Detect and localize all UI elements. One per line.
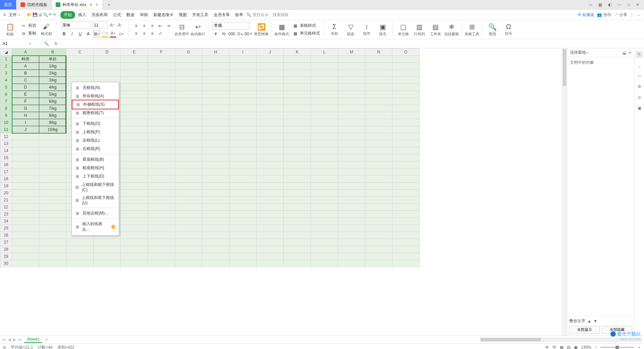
cell[interactable] xyxy=(338,112,365,119)
cell[interactable] xyxy=(148,204,175,211)
dec-inc-icon[interactable]: .0↘ xyxy=(236,31,243,37)
cell[interactable] xyxy=(257,119,284,126)
cell[interactable] xyxy=(148,161,175,168)
cell[interactable] xyxy=(392,225,420,232)
clear-format-button[interactable]: ◇▾ xyxy=(118,31,124,37)
cell[interactable]: B xyxy=(12,70,39,77)
cell[interactable] xyxy=(365,140,392,147)
row-header[interactable]: 15 xyxy=(0,154,12,161)
cell[interactable]: E xyxy=(12,91,39,98)
cell[interactable] xyxy=(392,119,420,126)
file-menu[interactable]: 文件▾ xyxy=(6,11,22,19)
row-header[interactable]: 12 xyxy=(0,133,12,140)
cell[interactable] xyxy=(121,253,148,260)
row-header[interactable]: 17 xyxy=(0,168,12,176)
cell[interactable] xyxy=(392,70,420,77)
cell[interactable] xyxy=(39,204,66,211)
col-header[interactable]: I xyxy=(229,49,257,56)
cell[interactable] xyxy=(148,239,175,246)
row-header[interactable]: 7 xyxy=(0,98,12,105)
border-menu-item[interactable]: ⊞其他边框(M)... xyxy=(72,209,119,217)
cell[interactable] xyxy=(311,154,338,161)
cell[interactable]: 8/kg xyxy=(39,112,66,119)
cell[interactable] xyxy=(202,204,229,211)
cell[interactable] xyxy=(284,133,311,140)
cell[interactable] xyxy=(229,218,257,225)
hide-all-button[interactable]: 全部隐藏 xyxy=(602,326,632,334)
cell[interactable] xyxy=(202,77,229,84)
cell[interactable] xyxy=(365,260,392,267)
cell[interactable] xyxy=(229,119,257,126)
cell[interactable] xyxy=(257,211,284,218)
cell[interactable] xyxy=(311,246,338,253)
paste-button[interactable]: 📋粘贴 xyxy=(3,23,17,37)
send-backward-icon[interactable]: ▼ xyxy=(593,319,597,323)
cell[interactable] xyxy=(284,70,311,77)
cell[interactable] xyxy=(257,63,284,70)
tab-close-icon[interactable]: ✕ xyxy=(95,2,99,7)
border-menu-item[interactable]: ⊞上框线和双下框线(U) xyxy=(72,194,119,207)
table-tools-button[interactable]: ⊞表格工具 xyxy=(465,23,479,37)
cell[interactable] xyxy=(202,63,229,70)
cell[interactable] xyxy=(148,112,175,119)
cell[interactable] xyxy=(121,197,148,204)
cell[interactable] xyxy=(311,253,338,260)
cell[interactable] xyxy=(175,70,202,77)
cell[interactable] xyxy=(202,168,229,176)
cell[interactable] xyxy=(392,211,420,218)
row-header[interactable]: 9 xyxy=(0,112,12,119)
border-menu-item[interactable]: ⊞插入斜线表头...$ xyxy=(72,220,119,234)
align-mid-icon[interactable]: ≡ xyxy=(141,22,148,29)
cell[interactable] xyxy=(338,183,365,190)
border-menu-item[interactable]: ⊞左框线(L) xyxy=(72,136,119,145)
cell[interactable] xyxy=(311,197,338,204)
underline-button[interactable]: U xyxy=(77,31,84,37)
cell[interactable] xyxy=(311,225,338,232)
cell[interactable] xyxy=(338,91,365,98)
cell[interactable] xyxy=(12,190,39,197)
cond-format-button[interactable]: ▦条件格式 xyxy=(274,23,289,37)
cell[interactable] xyxy=(284,176,311,183)
zoom-in-icon[interactable]: ＋ xyxy=(637,345,641,349)
cell[interactable] xyxy=(229,183,257,190)
cell[interactable] xyxy=(311,98,338,105)
cell[interactable] xyxy=(121,147,148,154)
tab-page-layout[interactable]: 页面布局 xyxy=(89,11,110,19)
cell[interactable] xyxy=(175,183,202,190)
cell[interactable] xyxy=(66,56,94,63)
cell[interactable] xyxy=(338,84,365,91)
cell[interactable] xyxy=(121,63,148,70)
cell[interactable] xyxy=(229,91,257,98)
border-menu-item[interactable]: ⊞外侧框线(S) xyxy=(72,100,119,109)
font-color-button[interactable]: A▾ xyxy=(110,30,116,38)
border-menu-item[interactable]: ⊞无框线(N) xyxy=(72,84,119,92)
col-header[interactable]: O xyxy=(392,49,420,56)
zoom-slider[interactable] xyxy=(600,347,634,348)
cell[interactable] xyxy=(257,204,284,211)
cell[interactable] xyxy=(39,154,66,161)
row-header[interactable]: 16 xyxy=(0,161,12,168)
cell[interactable] xyxy=(365,84,392,91)
currency-icon[interactable]: ¥ xyxy=(212,31,219,37)
row-header[interactable]: 3 xyxy=(0,70,12,77)
col-header[interactable]: M xyxy=(338,49,365,56)
align-bot-icon[interactable]: ≡ xyxy=(149,22,156,29)
cell[interactable] xyxy=(257,232,284,239)
tab-insert[interactable]: 插入 xyxy=(76,11,89,19)
cell[interactable] xyxy=(365,211,392,218)
border-menu-item[interactable]: ⊞右框线(R) xyxy=(72,145,119,153)
cell[interactable]: 种类 xyxy=(12,56,39,63)
cell[interactable] xyxy=(284,246,311,253)
cell[interactable] xyxy=(121,183,148,190)
cell[interactable] xyxy=(365,91,392,98)
cell[interactable] xyxy=(148,260,175,267)
row-header[interactable]: 24 xyxy=(0,218,12,225)
open-icon[interactable]: 📂 xyxy=(27,12,32,17)
cell[interactable] xyxy=(365,176,392,183)
sort-button[interactable]: ↕排序 xyxy=(359,23,374,36)
cell[interactable] xyxy=(148,168,175,176)
cell[interactable] xyxy=(392,239,420,246)
name-box[interactable]: ▾ xyxy=(0,41,41,46)
cell[interactable] xyxy=(202,225,229,232)
table-style-icon[interactable]: ▦ xyxy=(292,22,299,29)
